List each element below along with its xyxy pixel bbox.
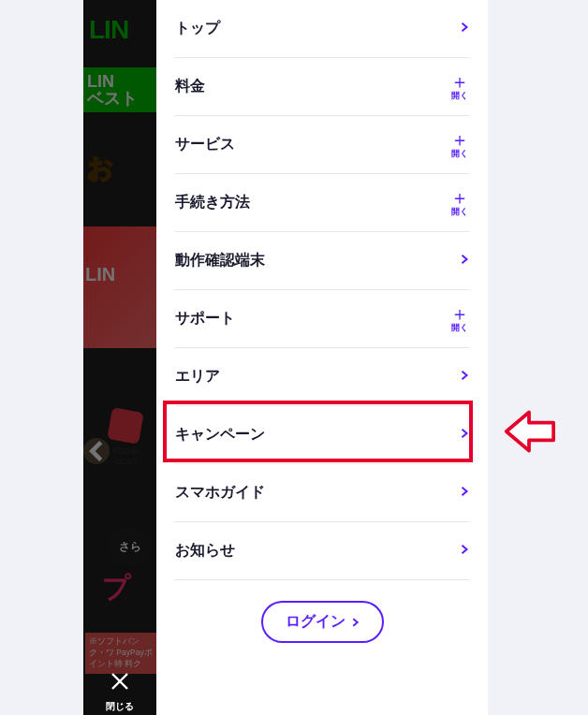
chevron-right-icon <box>460 427 469 444</box>
expand-caption: 開く <box>451 148 468 160</box>
close-label: 閉じる <box>106 700 134 713</box>
chevron-right-icon <box>460 543 469 560</box>
expand-caption: 開く <box>451 322 468 334</box>
menu-item-label: トップ <box>175 19 220 38</box>
chevron-right-icon <box>351 617 360 628</box>
expand-icon: ＋開く <box>450 72 469 102</box>
menu-list: トップ料金＋開くサービス＋開く手続き方法＋開く動作確認端末サポート＋開くエリアキ… <box>156 0 488 580</box>
close-menu-button[interactable]: 閉じる <box>83 670 156 713</box>
plus-icon: ＋ <box>450 130 469 149</box>
menu-item-procedure[interactable]: 手続き方法＋開く <box>175 174 469 232</box>
bg-green-line1: LIN <box>87 73 114 90</box>
bg-ebook-prefix: ebo <box>89 490 109 503</box>
bg-pink-text: プ <box>102 569 130 607</box>
dimmed-background: LIN LIN ベスト お LIN ebook japan ebo さら プ ※… <box>83 0 156 715</box>
chevron-right-icon <box>460 485 469 502</box>
chevron-right-icon <box>460 369 469 386</box>
chevron-right-icon <box>460 253 469 270</box>
chevron-right-icon <box>460 21 469 37</box>
plus-icon: ＋ <box>450 188 469 207</box>
bg-black-circle: さら <box>110 526 151 567</box>
plus-icon: ＋ <box>450 72 469 91</box>
menu-item-label: サポート <box>175 309 235 328</box>
bg-carousel-text: LIN <box>85 264 115 285</box>
bg-ebook-logo: ebook japan <box>104 410 147 453</box>
menu-item-guide[interactable]: スマホガイド <box>175 464 469 522</box>
bg-ebook-label: ebook japan <box>104 445 147 466</box>
bg-carousel-card: LIN <box>83 226 156 348</box>
phone-viewport: LIN LIN ベスト お LIN ebook japan ebo さら プ ※… <box>83 0 488 715</box>
expand-caption: 開く <box>451 90 468 102</box>
menu-item-devices[interactable]: 動作確認端末 <box>175 232 469 290</box>
plus-icon: ＋ <box>450 304 469 323</box>
drawer-menu: トップ料金＋開くサービス＋開く手続き方法＋開く動作確認端末サポート＋開くエリアキ… <box>156 0 488 715</box>
bg-green-band: LIN ベスト <box>83 67 156 112</box>
menu-item-area[interactable]: エリア <box>175 348 469 406</box>
menu-item-campaign[interactable]: キャンペーン <box>175 406 469 464</box>
menu-item-price[interactable]: 料金＋開く <box>175 58 469 116</box>
bg-fineprint: ※ソフトバンク・ワ PayPayポイント特 料ク <box>85 633 156 674</box>
menu-item-label: キャンペーン <box>175 425 265 445</box>
menu-item-label: サービス <box>175 135 235 154</box>
annotation-arrow-icon <box>503 407 555 456</box>
login-button[interactable]: ログイン <box>261 601 384 643</box>
menu-item-label: 手続き方法 <box>175 193 250 212</box>
menu-item-top[interactable]: トップ <box>175 0 469 58</box>
menu-item-label: 動作確認端末 <box>175 251 265 270</box>
close-icon <box>109 670 131 696</box>
menu-item-label: スマホガイド <box>175 483 265 503</box>
login-label: ログイン <box>286 612 345 632</box>
menu-item-label: 料金 <box>175 77 205 96</box>
brand-logo: LIN <box>89 15 128 45</box>
menu-item-support[interactable]: サポート＋開く <box>175 290 469 348</box>
menu-item-news[interactable]: お知らせ <box>175 522 469 580</box>
bg-carousel-prev-icon <box>83 438 110 464</box>
bg-green-line2: ベスト <box>87 90 138 107</box>
expand-icon: ＋開く <box>450 130 469 160</box>
expand-icon: ＋開く <box>450 304 469 334</box>
expand-caption: 開く <box>451 206 468 218</box>
menu-item-label: エリア <box>175 367 220 387</box>
expand-icon: ＋開く <box>450 188 469 218</box>
menu-item-service[interactable]: サービス＋開く <box>175 116 469 174</box>
menu-item-label: お知らせ <box>175 541 235 561</box>
login-wrap: ログイン <box>156 580 488 664</box>
bg-yellow-heading: お <box>83 131 156 206</box>
